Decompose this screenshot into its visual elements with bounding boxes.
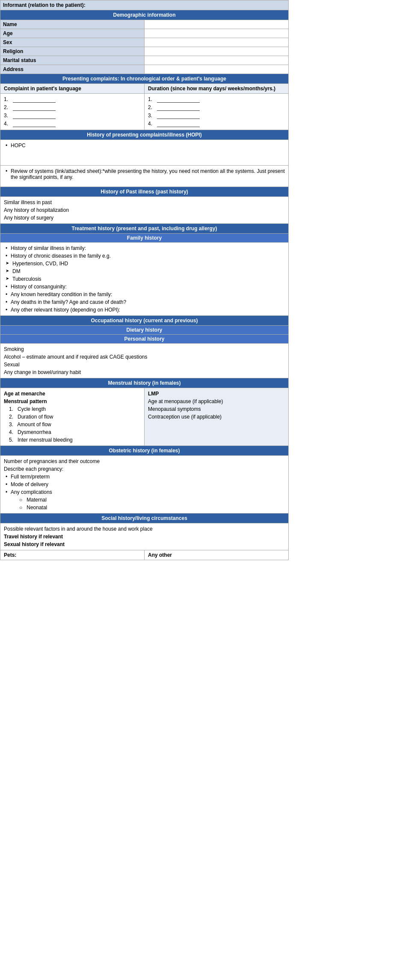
family-item-7: Any known hereditary condition in the fa… — [4, 291, 285, 298]
age-label: Age — [0, 29, 145, 38]
family-item-1: History of similar illness in family: — [4, 244, 285, 252]
amount-of-flow: 3. Amount of flow — [4, 421, 141, 428]
social-history-items: Possible relevant factors in and around … — [0, 523, 289, 550]
personal-history-items: Smoking Alcohol – estimate amount and if… — [0, 344, 289, 378]
demographic-header: Demographic information — [0, 10, 289, 20]
family-history-header: Family history — [0, 234, 289, 243]
name-value[interactable] — [145, 20, 289, 29]
personal-history-header: Personal history — [0, 335, 289, 344]
personal-item-4: Any change in bowel/urinary habit — [4, 368, 285, 376]
family-item-6: History of consanguinity: — [4, 283, 285, 291]
contraception: Contraception use (if applicable) — [148, 413, 285, 421]
pets-label: Pets: — [0, 550, 145, 560]
occupational-history-header: Occupational history (current and previo… — [0, 316, 289, 326]
any-complications: Any complications — [4, 488, 285, 496]
pregnancies-outcome: Number of pregnancies and their outcome — [4, 457, 285, 465]
family-item-2: History of chronic diseases in the famil… — [4, 252, 285, 260]
address-label: Address — [0, 65, 145, 74]
sex-label: Sex — [0, 38, 145, 47]
marital-status-label: Marital status — [0, 56, 145, 65]
age-at-menarche: Age at menarche — [4, 390, 141, 398]
religion-value[interactable] — [145, 47, 289, 56]
social-item-2: Travel history if relevant — [4, 533, 285, 540]
social-item-3: Sexual history if relevant — [4, 540, 285, 548]
past-illness-items: Similar illness in past Any history of h… — [0, 197, 289, 224]
duration-col-header: Duration (since how many days/ weeks/mon… — [145, 84, 289, 94]
address-value[interactable] — [145, 65, 289, 74]
hopi-hopc: HOPC — [0, 140, 289, 166]
social-item-1: Possible relevant factors in and around … — [4, 525, 285, 533]
obstetric-history-items: Number of pregnancies and their outcome … — [0, 456, 289, 514]
hopi-header: History of presenting complaints/illness… — [0, 130, 289, 140]
dietary-history-header: Dietary history — [0, 326, 289, 335]
maternal: ○ Maternal — [4, 496, 285, 504]
treatment-history-header: Treatment history (present and past, inc… — [0, 224, 289, 234]
personal-item-3: Sexual — [4, 361, 285, 368]
review-item: Review of systems (link/attached sheet):… — [4, 167, 285, 181]
family-item-4: DM — [4, 267, 285, 275]
full-term: Full term/preterm — [4, 473, 285, 481]
cycle-length: 1. Cycle length — [4, 405, 141, 413]
describe-pregnancy: Describe each pregnancy: — [4, 465, 285, 473]
complaint-items: 1. 2. 3. 4. — [0, 94, 145, 130]
past-illness-item-1: Similar illness in past — [4, 199, 285, 206]
family-item-5: Tuberculosis — [4, 275, 285, 283]
dysmenorrhea: 4. Dysmenorrhea — [4, 428, 141, 436]
past-illness-item-2: Any history of hospitalization — [4, 206, 285, 214]
personal-item-2: Alcohol – estimate amount and if require… — [4, 353, 285, 361]
social-history-header: Social history/living circumstances — [0, 514, 289, 523]
presenting-complaints-header: Presenting complaints: In chronological … — [0, 74, 289, 84]
family-item-9: Any other relevant history (depending on… — [4, 306, 285, 314]
age-menopause: Age at menopause (if applicable) — [148, 398, 285, 405]
age-value[interactable] — [145, 29, 289, 38]
any-other-label: Any other — [145, 550, 289, 560]
neonatal: ○ Neonatal — [4, 504, 285, 511]
mode-delivery: Mode of delivery — [4, 481, 285, 488]
personal-item-1: Smoking — [4, 345, 285, 353]
religion-label: Religion — [0, 47, 145, 56]
obstetric-history-header: Obstetric history (in females) — [0, 446, 289, 456]
menstrual-history-header: Menstrual history (in females) — [0, 378, 289, 388]
informant-label: Informant (relation to the patient): — [0, 0, 289, 10]
duration-of-flow: 2. Duration of flow — [4, 413, 141, 421]
family-history-items: History of similar illness in family: Hi… — [0, 243, 289, 316]
complaint-col-header: Complaint in patient's language — [0, 84, 145, 94]
duration-items: 1. 2. 3. 4. — [145, 94, 289, 130]
hopc-item: HOPC — [4, 142, 285, 149]
name-label: Name — [0, 20, 145, 29]
marital-status-value[interactable] — [145, 56, 289, 65]
family-item-3: Hypertension, CVD, IHD — [4, 260, 285, 267]
menstrual-history-left: Age at menarche Menstrual pattern 1. Cyc… — [0, 388, 145, 446]
inter-menstrual-bleeding: 5. Inter menstrual bleeding — [4, 436, 141, 444]
menstrual-pattern: Menstrual pattern — [4, 398, 141, 405]
menopausal-symptoms: Menopausal symptoms — [148, 405, 285, 413]
sex-value[interactable] — [145, 38, 289, 47]
past-illness-item-3: Any history of surgery — [4, 214, 285, 222]
menstrual-history-right: LMP Age at menopause (if applicable) Men… — [145, 388, 289, 446]
past-illness-header: History of Past illness (past history) — [0, 187, 289, 197]
lmp: LMP — [148, 390, 285, 398]
hopi-review: Review of systems (link/attached sheet):… — [0, 166, 289, 187]
family-item-8: Any deaths in the family? Age and cause … — [4, 298, 285, 306]
